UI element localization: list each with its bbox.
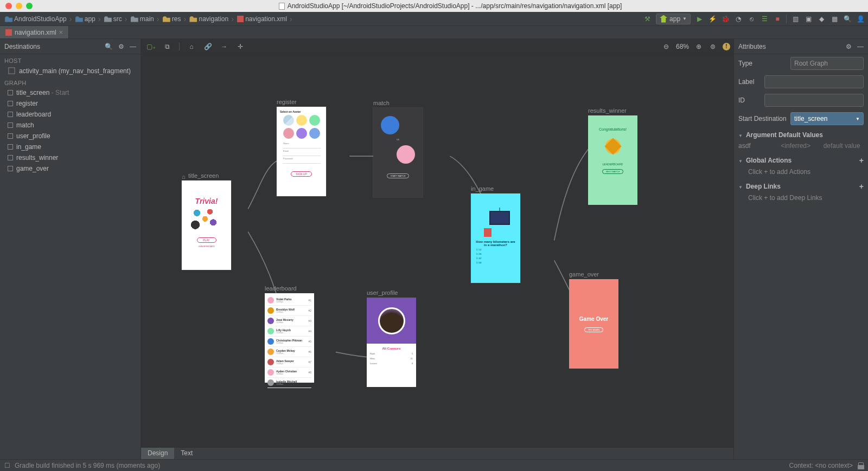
minimize-icon[interactable]: — [130,43,136,50]
status-context[interactable]: Context: <no context> [789,462,853,469]
warning-icon[interactable]: ! [723,43,730,50]
graph-item-user_profile[interactable]: user_profile [0,131,141,141]
destination-icon [8,90,13,95]
design-text-tabs: Design Text [141,447,733,459]
profiler-icon[interactable]: ◔ [734,15,743,23]
search-icon[interactable]: 🔍 [105,43,113,50]
user-avatar-icon[interactable]: 👤 [856,15,865,23]
res-folder-icon [189,16,197,22]
tab-label: navigation.xml [15,29,56,36]
gear-icon[interactable]: ⚙ [118,43,124,50]
module-icon [5,16,12,22]
attr-label-label: Label [738,78,764,86]
res-folder-icon [163,16,170,22]
argument-default-row[interactable]: asdf <inferred> default value [734,142,868,153]
destination-match[interactable]: match vs START MATCH [373,100,423,197]
add-deeplink-icon[interactable]: + [859,182,864,191]
svg-rect-0 [9,68,15,74]
type-field: Root Graph [790,57,864,70]
destination-in-game[interactable]: in_game How many kilometers are in a mar… [471,185,520,283]
maximize-window-button[interactable] [26,3,33,9]
document-icon [279,3,285,10]
arrow-right-icon[interactable]: → [220,42,228,51]
destination-game-over[interactable]: game_over Game Over TRY AGAIN [569,271,618,369]
sync-gradle-icon[interactable]: ◆ [817,15,826,23]
run-button[interactable]: ▶ [695,15,704,23]
xml-file-icon [5,29,12,36]
lock-icon[interactable] [858,462,864,469]
attr-label-id: ID [738,96,764,104]
destination-results-winner[interactable]: results_winner Congratulations! LEADERBO… [588,107,637,205]
layout-inspector-icon[interactable]: ▦ [830,15,839,23]
destination-register[interactable]: register Select an Avatar Name Email Pas… [277,99,326,196]
zoom-in-icon[interactable]: ⊕ [694,42,703,51]
breadcrumb-item[interactable]: navigation [188,14,230,24]
build-hammer-icon[interactable]: ⚒ [643,15,652,23]
media-icons [190,208,223,232]
search-icon[interactable]: 🔍 [843,15,852,23]
host-item[interactable]: activity_main (my_nav_host_fragment) [0,65,141,76]
destination-user-profile[interactable]: user_profile Ali Connors Rank5 Wins41 Lo… [367,289,416,387]
zoom-fit-icon[interactable]: ⊚ [709,42,717,51]
zoom-label[interactable]: 68% [676,43,689,50]
stop-icon[interactable]: ■ [773,15,782,23]
home-icon[interactable]: ⌂ [187,42,196,51]
new-destination-icon[interactable]: ▢₊ [146,42,155,51]
nested-graph-icon[interactable]: ⧉ [163,42,171,51]
attr-label-start: Start Destination [738,115,790,122]
sdk-manager-icon[interactable]: ▣ [804,15,813,23]
gear-icon[interactable]: ⚙ [846,43,852,50]
start-home-icon [182,173,187,178]
debug-icon[interactable]: 🐞 [721,15,730,23]
apply-changes-icon[interactable]: ⚡ [708,15,717,23]
group-global-actions[interactable]: Global Actions+ [734,153,868,168]
group-argument-defaults[interactable]: Argument Default Values [734,128,868,142]
minimize-icon[interactable]: — [857,43,864,50]
folder-icon [131,16,138,22]
group-deep-links[interactable]: Deep Links+ [734,179,868,194]
destination-leaderboard[interactable]: leaderboard Violet Parks13,000pts#1Brook… [265,285,314,383]
run-config-selector[interactable]: app▼ [656,14,691,24]
window-title: AndroidStudioApp [~/AndroidStudioProject… [288,2,622,10]
graph-item-results_winner[interactable]: results_winner [0,152,141,163]
graph-item-leaderboard[interactable]: leaderboard [0,109,141,120]
tab-text[interactable]: Text [174,448,199,459]
zoom-out-icon[interactable]: ⊖ [662,42,671,51]
editor-tabs: navigation.xml × [0,26,868,39]
editor-tab[interactable]: navigation.xml × [0,26,69,38]
destination-title-screen[interactable]: title_screen Trivia! PLAY LEADERBOARD [182,172,231,270]
breadcrumb-item[interactable]: main [129,14,156,24]
link-icon[interactable]: 🔗 [203,42,212,51]
tab-design[interactable]: Design [141,448,174,459]
event-log-icon[interactable]: ☐ [4,462,10,469]
global-actions-hint: Click + to add Actions [734,168,868,179]
nav-editor-canvas: ▢₊ ⧉ ⌂ 🔗 → ✛ ⊖ 68% ⊕ ⊚ ! [141,39,733,459]
add-action-icon[interactable]: + [859,156,864,165]
label-input[interactable] [764,75,864,88]
graph-item-title_screen[interactable]: title_screen - Start [0,87,141,98]
graph-item-match[interactable]: match [0,120,141,131]
close-tab-icon[interactable]: × [59,29,63,36]
close-window-button[interactable] [5,3,12,9]
graph-section-label: GRAPH [0,76,141,87]
breadcrumb-item[interactable]: navigation.xml [235,14,289,24]
id-input[interactable] [764,94,864,107]
start-destination-select[interactable]: title_screen▼ [790,112,864,125]
graph-item-register[interactable]: register [0,98,141,109]
module-icon [75,16,83,22]
destinations-panel: Destinations 🔍 ⚙ — HOST activity_main (m… [0,39,141,459]
avd-manager-icon[interactable]: ▥ [791,15,800,23]
coverage-icon[interactable]: ☰ [760,15,769,23]
breadcrumb-item[interactable]: app [74,14,97,24]
attach-debugger-icon[interactable]: ⎋ [747,15,756,23]
graph-item-game_over[interactable]: game_over [0,163,141,174]
breadcrumb-item[interactable]: res [161,14,183,24]
minimize-window-button[interactable] [16,3,22,9]
trophy-icon [603,137,623,156]
nav-graph-canvas[interactable]: title_screen Trivia! PLAY LEADERBOARD re… [141,54,733,447]
graph-item-in_game[interactable]: in_game [0,141,141,152]
status-bar: ☐ Gradle build finished in 5 s 969 ms (m… [0,459,868,471]
breadcrumb-item[interactable]: src [103,14,124,24]
auto-arrange-icon[interactable]: ✛ [236,42,245,51]
breadcrumb-item[interactable]: AndroidStudioApp [3,14,68,24]
